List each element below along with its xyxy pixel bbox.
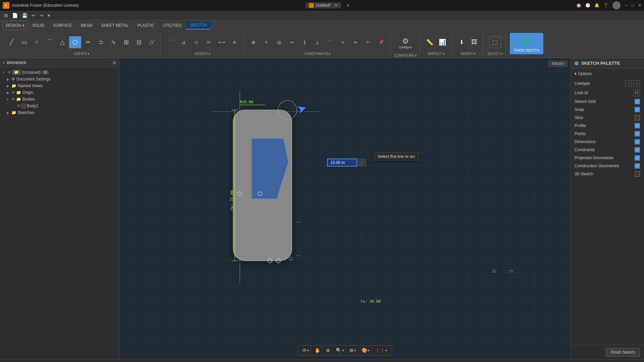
configure-btn[interactable]: ⚙ Configure xyxy=(396,33,415,53)
redo-icon[interactable]: ↪ xyxy=(38,12,45,19)
insert-image-btn[interactable]: 🖼 xyxy=(468,36,480,48)
3d-sketch-checkbox[interactable] xyxy=(635,171,640,177)
look-at-icon[interactable]: 🗘 xyxy=(633,89,640,96)
mirror-tool-btn[interactable]: ⊟ xyxy=(133,36,145,48)
construction-geo-checkbox[interactable] xyxy=(635,163,640,169)
tree-item-body1[interactable]: 👁 □ Body1 xyxy=(0,103,119,109)
modify-chevron-icon[interactable]: ▾ xyxy=(209,52,210,56)
parallel-btn[interactable]: ∥ xyxy=(299,36,311,48)
spline-tool-btn[interactable]: ∿ xyxy=(107,36,119,48)
projected-geo-checkbox[interactable] xyxy=(635,155,640,161)
help-icon[interactable]: ❓ xyxy=(603,3,608,8)
inspect-chevron-icon[interactable]: ▾ xyxy=(443,52,444,56)
user-avatar[interactable] xyxy=(612,1,621,9)
new-file-icon[interactable]: 📄 xyxy=(11,12,19,19)
eye-icon[interactable]: 👁 xyxy=(11,90,15,95)
notification-icon[interactable]: 🔔 xyxy=(594,3,599,8)
minimize-btn[interactable]: ─ xyxy=(625,3,628,8)
visual-style-btn[interactable]: 🎨 ▾ xyxy=(360,347,372,354)
palette-finish-btn[interactable]: Finish Sketch xyxy=(606,348,640,357)
browser-collapse-icon[interactable]: « xyxy=(3,60,5,65)
select-btn[interactable]: ⬚ xyxy=(489,36,501,48)
pattern-tool-btn[interactable]: ⊞ xyxy=(120,36,132,48)
dimensions-checkbox[interactable] xyxy=(635,139,640,144)
arc-tool-btn[interactable]: ⌒ xyxy=(44,36,56,48)
tab-sheet-metal[interactable]: SHEET METAL xyxy=(97,22,132,29)
tab-utilities[interactable]: UTILITIES xyxy=(159,22,186,29)
rect-tool-btn[interactable]: ▭ xyxy=(18,36,30,48)
fillet-btn[interactable]: ⌒ xyxy=(165,36,177,48)
create-chevron-icon[interactable]: ▾ xyxy=(88,52,89,56)
zoom-btn[interactable]: 🔍 ▾ xyxy=(334,347,346,354)
history-icon[interactable]: 🕐 xyxy=(585,3,590,8)
save-icon[interactable]: 💾 xyxy=(20,12,29,19)
fix-btn[interactable]: 📌 xyxy=(375,36,387,48)
concentric-btn[interactable]: ◎ xyxy=(273,36,285,48)
display-chevron-icon[interactable]: ▾ xyxy=(354,349,356,352)
constraints-checkbox[interactable] xyxy=(635,147,640,153)
table-btn[interactable]: 📊 xyxy=(436,36,448,48)
orbit-btn[interactable]: ⟳ ▾ xyxy=(301,347,311,354)
undo-icon[interactable]: ↩ xyxy=(30,12,37,19)
sketch-grid-checkbox[interactable] xyxy=(635,99,640,104)
triangle-tool-btn[interactable]: △ xyxy=(56,36,68,48)
offset-modify-btn[interactable]: ⊃ xyxy=(190,36,202,48)
collinear-btn[interactable]: ⊧ xyxy=(260,36,272,48)
dim-input-field[interactable] xyxy=(327,159,357,167)
grid-btn[interactable]: ⋮⋮ ▾ xyxy=(373,347,389,354)
circle-tool-btn[interactable]: ○ xyxy=(31,36,43,48)
pan-btn[interactable]: ✋ xyxy=(313,347,323,354)
new-tab-btn[interactable]: + xyxy=(346,2,350,8)
redo-more-icon[interactable]: ▾ xyxy=(46,12,51,19)
perp-btn[interactable]: ⊥ xyxy=(311,36,323,48)
points-checkbox[interactable] xyxy=(635,131,640,136)
line-tool-btn[interactable]: ╱ xyxy=(5,36,17,48)
canvas-area[interactable]: FRONT xyxy=(119,58,570,359)
grid-chevron-icon[interactable]: ▾ xyxy=(385,349,387,352)
tree-item-named-views[interactable]: ▶ 📁 Named Views xyxy=(0,82,119,89)
midpoint-btn[interactable]: ⊢ xyxy=(362,36,374,48)
tab-solid[interactable]: SOLID xyxy=(28,22,48,29)
home-icon[interactable]: 🏠 xyxy=(576,3,581,8)
extend-btn[interactable]: ⟷ xyxy=(216,36,228,48)
tree-item-sketches[interactable]: ▶ 📁 Sketches xyxy=(0,109,119,116)
configure-chevron-icon[interactable]: ▾ xyxy=(415,54,417,57)
tree-item-unsaved[interactable]: ▾ 👁 📁 (Unsaved) ⚙ xyxy=(0,69,119,76)
design-dropdown[interactable]: DESIGN ▾ xyxy=(3,21,28,30)
coincident-btn[interactable]: ⊕ xyxy=(248,36,260,48)
offset-tool-btn[interactable]: ⊃ xyxy=(95,36,107,48)
eye-icon[interactable]: 👁 xyxy=(7,70,11,75)
linetype-right-icon[interactable]: ▭ xyxy=(633,80,640,87)
trim-tool-btn[interactable]: ✂ xyxy=(82,36,94,48)
smooth-btn[interactable]: ∿ xyxy=(337,36,349,48)
tree-item-origin[interactable]: ▶ 👁 📁 Origin xyxy=(0,89,119,96)
symmetric-btn[interactable]: ⇔ xyxy=(350,36,362,48)
linetype-left-icon[interactable]: ◁ xyxy=(625,80,632,87)
measure-btn[interactable]: 📏 xyxy=(424,36,436,48)
eye-icon[interactable]: 👁 xyxy=(17,104,21,108)
profile-checkbox[interactable] xyxy=(635,123,640,128)
constraints-chevron-icon[interactable]: ▾ xyxy=(329,52,330,56)
insert-btn[interactable]: ⬇ xyxy=(455,36,468,48)
tree-item-doc-settings[interactable]: ▶ ⚙ Document Settings xyxy=(0,76,119,82)
tab-indicator[interactable]: Untitled* ✕ xyxy=(306,2,341,8)
browser-pin-icon[interactable]: ⊟ xyxy=(113,60,116,65)
tree-item-bodies[interactable]: ▾ 👁 📁 Bodies xyxy=(0,96,119,103)
palette-section-header[interactable]: ▾ Options xyxy=(575,71,640,76)
dim-input-options-icon[interactable]: ⋮ xyxy=(358,159,366,166)
tab-plastic[interactable]: PLASTIC xyxy=(133,22,158,29)
insert-chevron-icon[interactable]: ▾ xyxy=(474,52,475,56)
equal-btn[interactable]: ═ xyxy=(286,36,298,48)
eye-icon[interactable]: 👁 xyxy=(11,97,15,102)
orbit-chevron-icon[interactable]: ▾ xyxy=(307,349,309,352)
tab-mesh[interactable]: MESH xyxy=(77,22,97,29)
maximize-btn[interactable]: □ xyxy=(632,3,634,8)
tab-surface[interactable]: SURFACE xyxy=(49,22,76,29)
visual-style-chevron-icon[interactable]: ▾ xyxy=(368,349,370,352)
finish-sketch-btn[interactable]: ✔ FINISH SKETCH xyxy=(510,33,543,54)
grid-icon[interactable]: ⊞ xyxy=(3,12,9,19)
dim-input-container[interactable]: ⋮ xyxy=(327,159,366,167)
slice-checkbox[interactable] xyxy=(635,115,640,120)
snap-checkbox[interactable] xyxy=(635,107,640,112)
trim-modify-btn[interactable]: ✂ xyxy=(203,36,215,48)
